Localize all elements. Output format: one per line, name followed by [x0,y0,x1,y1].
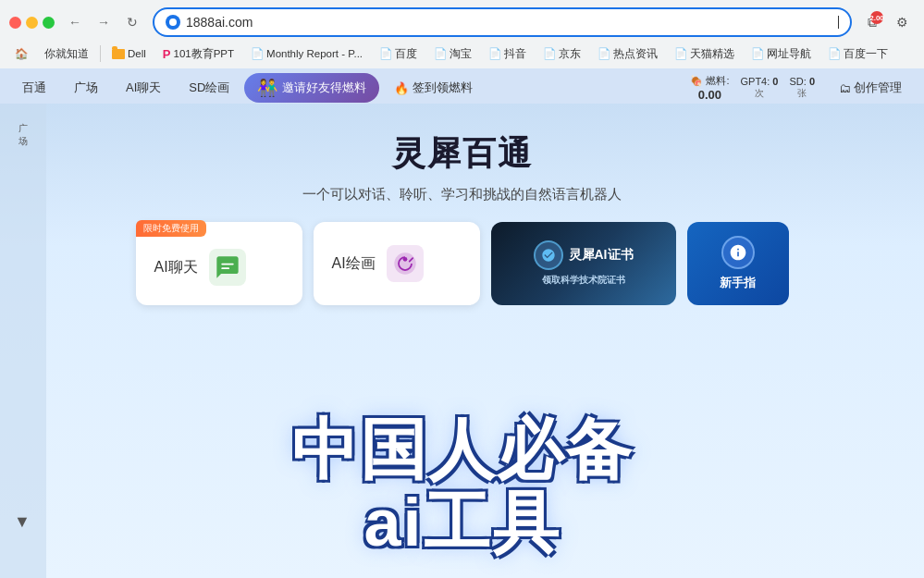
bookmark-baidu[interactable]: 📄 百度 [374,45,423,63]
stat-sublabel: 次 [755,87,764,100]
bookmark-home[interactable]: 🏠 [9,45,33,62]
hero-section: 灵犀百通 一个可以对话、聆听、学习和挑战的自然语言机器人 [284,104,640,213]
main-content: 广场 ▼ 灵犀百通 一个可以对话、聆听、学习和挑战的自然语言机器人 限时免费使用… [0,104,924,578]
cert-title: 灵犀AI证书 [569,247,634,264]
file-icon: 📄 [488,47,501,60]
tab-sddraw[interactable]: SD绘画 [176,74,242,102]
folder-icon [112,49,125,59]
stat-value: 0.00 [698,88,721,102]
tab-signin[interactable]: 🔥 签到领燃料 [381,74,486,102]
svg-point-0 [394,252,415,274]
bookmark-label: 百度一下 [844,47,888,61]
bookmark-douyin[interactable]: 📄 抖音 [483,45,532,63]
file-icon: 📄 [251,47,264,60]
address-bar[interactable]: 1888ai.com [153,7,852,37]
file-icon: 📄 [434,47,447,60]
minimize-button[interactable] [26,17,38,29]
bookmarks-bar: 🏠 你就知道 Dell P 101教育PPT 📄 Monthly Report … [0,41,924,68]
svg-point-1 [402,257,407,262]
bookmark-baidusearch[interactable]: 📄 百度一下 [822,45,893,63]
gear-icon: ⚙ [896,15,908,30]
maximize-button[interactable] [43,17,55,29]
tab-invite[interactable]: 👫 邀请好友得燃料 [244,73,379,103]
bookmark-101[interactable]: P 101教育PPT [157,45,240,63]
hero-subtitle: 一个可以对话、聆听、学习和挑战的自然语言机器人 [302,186,622,203]
close-button[interactable] [9,17,21,29]
bookmark-label: 百度 [395,47,417,61]
refresh-button[interactable]: ↻ [119,9,145,35]
folder-icon: 🗂 [839,81,851,95]
bookmark-tianmao[interactable]: 📄 天猫精选 [669,45,740,63]
settings-button[interactable]: ⚙ [889,9,915,35]
tab-label: AI聊天 [126,80,161,94]
chat-icon [209,249,246,286]
file-icon: 📄 [751,47,764,60]
file-icon: 📄 [379,47,392,60]
bookmark-label: 101教育PPT [173,47,234,61]
nav-buttons: ← → ↻ [62,9,145,35]
card-ai-cert[interactable]: 灵犀AI证书 领取科学技术院证书 [491,222,676,305]
big-text-line2: ai工具 [291,486,634,560]
card-label: AI聊天 [154,258,198,277]
chevron-down-icon[interactable]: ▼ [14,512,31,531]
fire-icon: 🔥 [394,81,409,95]
stat-sublabel: 张 [797,87,807,100]
file-icon: 📄 [598,47,610,60]
bookmark-label: 天猫精选 [690,47,734,61]
sidebar-label: 广场 [18,123,28,146]
bookmark-nizhi[interactable]: 你就知道 [39,45,94,63]
tab-label: 创作管理 [854,80,902,96]
bookmark-jd[interactable]: 📄 京东 [537,45,586,63]
tab-creation[interactable]: 🗂 创作管理 [826,74,915,102]
file-icon: 📄 [543,47,556,60]
stats-bar: 🍖 燃料: 0.00 GPT4: 0 次 SD: 0 张 🗂 创作管理 [690,74,915,102]
bookmark-label: 热点资讯 [613,47,658,61]
file-icon: 📄 [828,47,841,60]
tab-label: SD绘画 [189,80,229,94]
big-text-line1: 中国人必备 [291,413,634,486]
bookmark-label: Dell [128,48,146,59]
free-badge: 限时免费使用 [136,220,206,237]
bookmark-label: 网址导航 [767,47,811,61]
left-sidebar: 广场 ▼ [0,104,46,578]
bookmark-hotspot[interactable]: 📄 热点资讯 [592,45,663,63]
tab-label: 广场 [74,80,98,94]
back-button[interactable]: ← [62,9,88,35]
big-text-overlay: 中国人必备 ai工具 [291,413,634,560]
invite-icon: 👫 [257,78,277,98]
nav-tabs: 百通 广场 AI聊天 SD绘画 👫 邀请好友得燃料 🔥 签到领燃料 🍖 燃料: … [0,68,924,104]
sidebar-item-guangchang[interactable]: 广场 [18,122,28,148]
extensions-button[interactable]: ⧉ 2.00 [859,9,885,35]
bookmark-nav[interactable]: 📄 网址导航 [745,45,817,63]
bookmark-label: 京东 [559,47,581,61]
home-icon: 🏠 [15,47,28,60]
forward-button[interactable]: → [91,9,117,35]
tab-invite-special[interactable]: 👫 邀请好友得燃料 [244,73,379,103]
card-label: AI绘画 [332,254,376,274]
tab-label: 百通 [22,80,46,94]
bookmark-label: Monthly Report - P... [266,48,363,59]
toolbar-icons: ⧉ 2.00 ⚙ [859,9,915,35]
divider [100,45,101,62]
text-cursor [838,16,839,29]
bookmark-monthly[interactable]: 📄 Monthly Report - P... [245,45,368,62]
draw-icon [387,245,424,282]
bookmark-label: 抖音 [504,47,526,61]
hero-title: 灵犀百通 [302,131,622,177]
stat-label: SD: 0 [789,76,815,87]
card-aichat[interactable]: 限时免费使用 AI聊天 [136,222,302,305]
bookmark-label: 你就知道 [44,47,89,61]
stat-fuel: 🍖 燃料: 0.00 [690,74,729,102]
chevron-down-container: ▼ [14,512,31,532]
bookmark-dell[interactable]: Dell [106,46,152,61]
stat-gpt4: GPT4: 0 次 [741,76,779,100]
tab-guangchang[interactable]: 广场 [61,74,111,102]
tab-baitong[interactable]: 百通 [9,74,59,102]
bookmark-taobao[interactable]: 📄 淘宝 [428,45,477,63]
card-guide[interactable]: 新手指 [687,222,789,305]
browser-window: ← → ↻ 1888ai.com ⧉ 2.00 ⚙ 🏠 你就知道 [0,0,924,578]
title-bar: ← → ↻ 1888ai.com ⧉ 2.00 ⚙ [0,0,924,41]
secure-icon [166,15,180,30]
card-aidraw[interactable]: AI绘画 [314,222,480,305]
tab-aichat[interactable]: AI聊天 [113,74,174,102]
